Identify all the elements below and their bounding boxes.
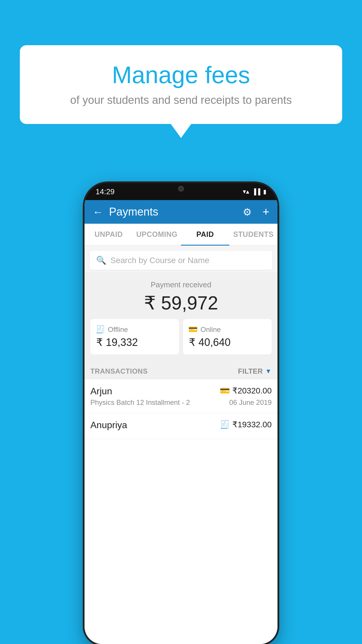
transaction-amount: 🧾 ₹19332.00 xyxy=(220,420,272,429)
transactions-label: TRANSACTIONS xyxy=(90,367,148,375)
transaction-item[interactable]: Anupriya 🧾 ₹19332.00 xyxy=(85,413,277,439)
search-bar[interactable]: 🔍 Search by Course or Name xyxy=(90,251,272,270)
app-header: ← Payments ⚙ + xyxy=(85,200,277,224)
bubble-subtitle: of your students and send receipts to pa… xyxy=(37,94,325,106)
student-name: Anupriya xyxy=(90,420,127,430)
offline-label: Offline xyxy=(108,326,128,334)
tab-upcoming[interactable]: UPCOMING xyxy=(133,224,181,245)
tab-unpaid[interactable]: UNPAID xyxy=(85,224,133,245)
filter-button[interactable]: FILTER ▼ xyxy=(238,367,272,375)
gear-icon[interactable]: ⚙ xyxy=(243,206,252,218)
tabs-bar: UNPAID UPCOMING PAID STUDENTS xyxy=(85,224,277,246)
phone-notch xyxy=(164,183,198,194)
payment-summary: Payment received ₹ 59,972 🧾 Offline ₹ 19… xyxy=(85,272,277,361)
transaction-amount: 💳 ₹20320.00 xyxy=(220,386,272,396)
status-time: 14:29 xyxy=(96,187,115,196)
tab-paid[interactable]: PAID xyxy=(181,224,229,245)
transaction-list: Arjun 💳 ₹20320.00 Physics Batch 12 Insta… xyxy=(85,379,277,644)
course-name: Physics Batch 12 Installment - 2 xyxy=(90,398,190,407)
transaction-item[interactable]: Arjun 💳 ₹20320.00 Physics Batch 12 Insta… xyxy=(85,379,277,413)
battery-icon: ▮ xyxy=(263,188,266,195)
speech-bubble: Manage fees of your students and send re… xyxy=(20,45,342,124)
online-amount: ₹ 40,640 xyxy=(188,336,231,349)
payment-received-label: Payment received xyxy=(90,280,272,289)
page-title: Payments xyxy=(109,206,237,218)
signal-icon: ▐▐ xyxy=(252,188,260,195)
status-icons: ▾▴ ▐▐ ▮ xyxy=(243,188,266,195)
offline-card: 🧾 Offline ₹ 19,332 xyxy=(90,319,179,354)
filter-label: FILTER xyxy=(238,367,263,375)
wifi-icon: ▾▴ xyxy=(243,188,249,195)
speech-bubble-container: Manage fees of your students and send re… xyxy=(20,45,342,124)
search-input[interactable]: Search by Course or Name xyxy=(110,256,209,265)
online-payment-icon: 💳 xyxy=(220,386,230,396)
offline-icon: 🧾 xyxy=(96,325,105,334)
bubble-title: Manage fees xyxy=(37,61,325,89)
filter-icon: ▼ xyxy=(265,368,272,375)
offline-payment-icon: 🧾 xyxy=(220,420,230,429)
add-button[interactable]: + xyxy=(263,205,269,218)
front-camera xyxy=(178,186,184,192)
transaction-date: 06 June 2019 xyxy=(229,398,272,407)
transactions-header: TRANSACTIONS FILTER ▼ xyxy=(85,361,277,379)
online-card: 💳 Online ₹ 40,640 xyxy=(183,319,272,354)
online-icon: 💳 xyxy=(188,325,198,334)
status-bar: 14:29 ▾▴ ▐▐ ▮ xyxy=(85,183,277,200)
online-label: Online xyxy=(201,326,221,334)
phone-frame: 14:29 ▾▴ ▐▐ ▮ ← Payments ⚙ + UNPAID UPCO… xyxy=(85,183,277,644)
total-payment-amount: ₹ 59,972 xyxy=(90,292,272,314)
tab-students[interactable]: STUDENTS xyxy=(229,224,278,245)
payment-cards: 🧾 Offline ₹ 19,332 💳 Online ₹ 40,640 xyxy=(90,319,272,354)
phone-screen: ← Payments ⚙ + UNPAID UPCOMING PAID STUD… xyxy=(85,200,277,644)
offline-amount: ₹ 19,332 xyxy=(96,336,138,349)
search-icon: 🔍 xyxy=(96,256,106,265)
back-button[interactable]: ← xyxy=(93,206,103,218)
student-name: Arjun xyxy=(90,386,112,397)
